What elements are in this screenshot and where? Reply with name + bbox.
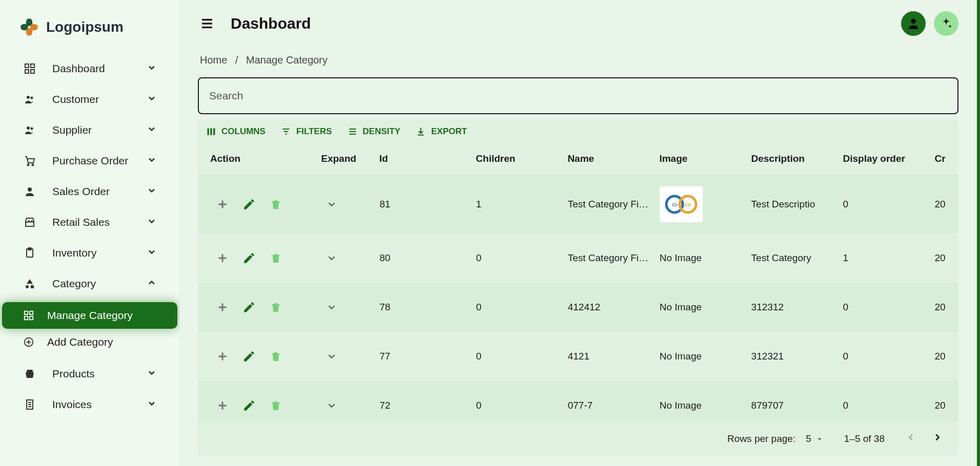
sidebar-item-sales-order[interactable]: Sales Order [10,176,169,207]
row-add-button[interactable] [215,300,230,314]
row-delete-button[interactable] [269,251,283,265]
sidebar-item-dashboard[interactable]: Dashboard [10,53,169,84]
toolbar-columns-button[interactable]: COLUMNS [206,126,266,137]
row-edit-button[interactable] [242,349,256,364]
row-delete-button[interactable] [269,300,283,314]
category-icon [23,277,37,291]
col-header-created[interactable]: Cr [931,148,950,170]
dashboard-icon [23,309,35,322]
col-header-id[interactable]: Id [375,148,472,170]
hamburger-icon [199,16,215,31]
sidebar-item-retail-sales[interactable]: Retail Sales [10,207,169,238]
toolbar-label: FILTERS [296,126,332,137]
pencil-icon [242,198,256,211]
col-header-children[interactable]: Children [472,148,563,170]
row-expand-toggle[interactable] [317,346,375,367]
sidebar-sub-add-category[interactable]: Add Category [2,329,177,355]
svg-text:CD: CD [684,202,691,207]
breadcrumb-home[interactable]: Home [200,54,227,66]
rpp-select[interactable]: 5 [806,433,824,444]
row-edit-button[interactable] [242,300,256,314]
brand-name: Logoipsum [46,19,124,35]
row-expand-toggle[interactable] [317,296,375,318]
chevron-down-icon [326,252,337,264]
sidebar-item-invoices[interactable]: Invoices [10,389,169,420]
col-header-image[interactable]: Image [655,148,747,170]
svg-rect-50 [272,255,280,256]
col-header-order[interactable]: Display order [839,148,930,170]
table-row: 78 0 412412 No Image 312312 0 20 [198,283,958,332]
sidebar-item-products[interactable]: Products [10,358,169,389]
plus-icon [216,399,229,412]
menu-toggle-button[interactable] [198,14,216,33]
sidebar-label: Dashboard [52,62,147,75]
row-add-button[interactable] [215,398,230,413]
col-header-action[interactable]: Action [206,148,317,170]
row-image-thumb: CI CD [660,186,703,222]
svg-point-5 [31,97,33,99]
sidebar-item-supplier[interactable]: Supplier [10,115,169,145]
col-header-name[interactable]: Name [563,148,655,170]
row-add-button[interactable] [215,251,230,265]
ai-sparkle-button[interactable] [934,11,958,36]
search-input[interactable] [209,90,947,102]
svg-rect-17 [30,311,33,314]
svg-rect-0 [25,64,29,68]
row-edit-button[interactable] [242,251,256,265]
sidebar-nav-cont: Products Invoices [0,358,179,420]
data-grid: COLUMNS FILTERS DENSITY EXPORT Action Ex… [198,119,958,456]
clipboard-icon [23,246,37,260]
prev-page-button[interactable] [905,432,916,446]
row-add-button[interactable] [215,349,230,364]
row-id: 78 [375,296,472,318]
chevron-down-icon [326,199,337,210]
chevron-down-icon [147,62,157,75]
pencil-icon [242,251,256,265]
row-expand-toggle[interactable] [317,194,375,215]
next-page-button[interactable] [932,432,943,446]
plus-icon [216,350,229,363]
sidebar-item-purchase-order[interactable]: Purchase Order [10,145,169,176]
row-edit-button[interactable] [242,398,256,413]
trash-icon [270,350,282,363]
row-image-text: No Image [660,302,702,312]
table-row: 77 0 4121 No Image 312321 0 20 [198,332,958,381]
download-icon [416,126,426,137]
sidebar-label: Category [52,278,147,290]
row-order: 0 [839,296,931,318]
row-delete-button[interactable] [269,197,283,211]
row-add-button[interactable] [215,197,230,211]
row-expand-toggle[interactable] [317,395,375,416]
sidebar-item-customer[interactable]: Customer [10,84,169,115]
svg-rect-53 [272,304,280,305]
row-edit-button[interactable] [242,197,256,211]
col-header-expand[interactable]: Expand [317,148,375,170]
col-header-description[interactable]: Description [747,148,839,170]
row-order: 1 [839,247,931,269]
rows-per-page: Rows per page: 5 [727,433,824,444]
content: Home / Manage Category COLUMNS FILTERS D… [179,47,977,466]
row-description: 312321 [747,346,839,367]
svg-point-7 [31,128,33,130]
row-image: No Image [656,247,747,269]
sidebar-sub-manage-category[interactable]: Manage Category [2,302,177,329]
search-container [198,77,958,114]
svg-marker-60 [818,438,821,440]
account-button[interactable] [901,11,926,36]
toolbar-density-button[interactable]: DENSITY [348,126,401,137]
main: Dashboard Home / Manage Category COLUMNS [179,0,980,466]
toolbar-export-button[interactable]: EXPORT [416,126,467,137]
brand-logo: Logoipsum [0,10,179,53]
filter-icon [281,126,291,137]
row-delete-button[interactable] [269,398,283,413]
sidebar-item-inventory[interactable]: Inventory [10,238,169,268]
row-children: 1 [472,194,564,215]
svg-point-8 [28,164,29,166]
chevron-down-icon [147,124,157,136]
row-delete-button[interactable] [269,349,283,364]
sidebar-label: Products [52,368,147,380]
pencil-icon [242,350,256,363]
row-expand-toggle[interactable] [317,247,375,269]
sidebar-item-category[interactable]: Category [10,268,169,299]
toolbar-filters-button[interactable]: FILTERS [281,126,332,137]
